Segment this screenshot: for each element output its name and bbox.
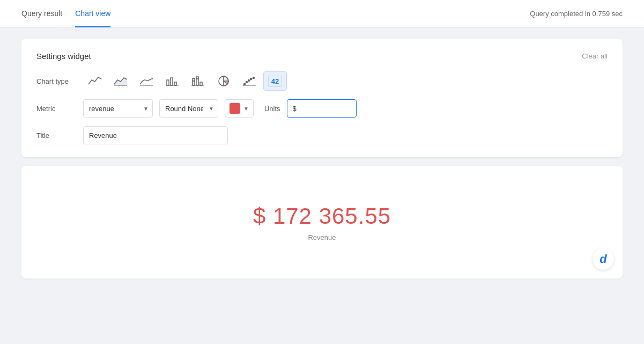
- chart-type-smooth[interactable]: [135, 71, 158, 91]
- svg-rect-8: [193, 78, 195, 81]
- brand-letter: d: [599, 252, 606, 266]
- header: Query result Chart view Query completed …: [0, 0, 644, 28]
- chart-type-row: Chart type: [36, 71, 608, 91]
- title-input[interactable]: [83, 126, 228, 144]
- svg-rect-11: [200, 82, 202, 85]
- metric-select[interactable]: revenue: [83, 99, 153, 118]
- chart-display-card: $ 172 365.55 Revenue d: [21, 166, 623, 279]
- metric-select-wrapper: revenue ▼: [83, 99, 153, 118]
- units-label: Units: [264, 105, 280, 113]
- svg-rect-3: [167, 80, 169, 85]
- chart-type-stacked-bar[interactable]: [186, 71, 210, 91]
- chart-type-bar[interactable]: [160, 71, 184, 91]
- svg-point-17: [250, 78, 252, 80]
- metric-display-value: $ 172 365.55: [253, 203, 391, 229]
- chart-type-counter[interactable]: 42: [263, 71, 287, 91]
- svg-rect-9: [196, 79, 198, 85]
- chart-type-pie[interactable]: [212, 71, 235, 91]
- title-label: Title: [36, 131, 77, 140]
- query-status: Query completed in 0.759 sec: [530, 10, 623, 18]
- svg-rect-10: [196, 77, 198, 79]
- card-header: Settings widget Clear all: [36, 52, 608, 61]
- settings-card: Settings widget Clear all Chart type: [21, 39, 623, 157]
- svg-rect-7: [193, 81, 195, 85]
- metric-label: Metric: [36, 105, 77, 113]
- title-row: Title: [36, 126, 608, 144]
- color-picker-arrow: ▼: [243, 106, 249, 112]
- color-picker[interactable]: ▼: [225, 99, 254, 118]
- chart-type-buttons: 42: [83, 71, 287, 91]
- tab-chart-view[interactable]: Chart view: [75, 0, 110, 27]
- tab-query-result[interactable]: Query result: [21, 0, 62, 27]
- units-input[interactable]: [287, 99, 357, 118]
- clear-all-button[interactable]: Clear all: [582, 52, 608, 60]
- metric-display-subtitle: Revenue: [308, 233, 336, 241]
- metric-row: Metric revenue ▼ Round None ▼ ▼: [36, 99, 608, 118]
- main-content: Settings widget Clear all Chart type: [0, 28, 644, 289]
- round-select-wrapper: Round None ▼: [159, 99, 218, 118]
- round-select[interactable]: Round None: [159, 99, 218, 118]
- settings-title: Settings widget: [36, 52, 91, 61]
- color-swatch: [230, 103, 240, 114]
- svg-rect-5: [174, 82, 176, 85]
- svg-rect-4: [171, 78, 173, 85]
- chart-type-scatter[interactable]: [238, 71, 261, 91]
- chart-type-area[interactable]: [109, 71, 132, 91]
- counter-badge: 42: [268, 76, 282, 87]
- chart-type-line[interactable]: [83, 71, 107, 91]
- brand-icon: d: [593, 248, 614, 270]
- tabs: Query result Chart view: [21, 0, 110, 27]
- chart-type-label: Chart type: [36, 77, 77, 85]
